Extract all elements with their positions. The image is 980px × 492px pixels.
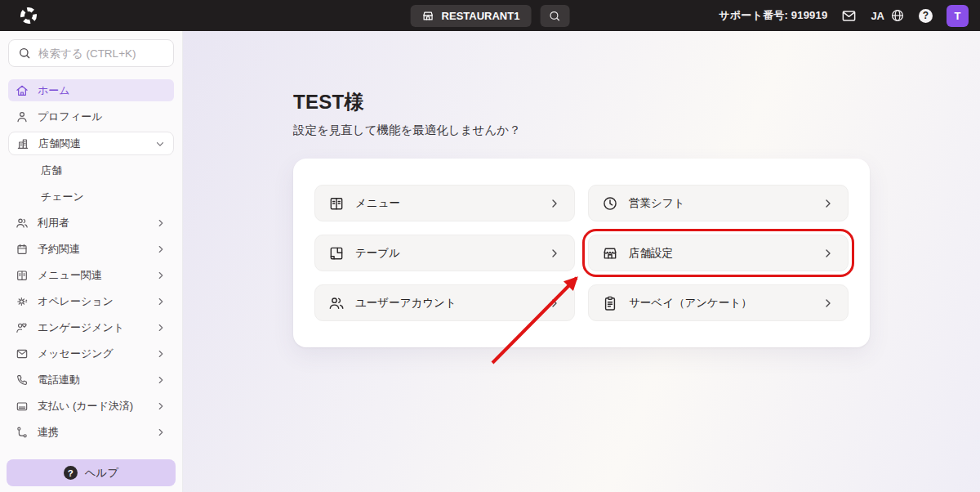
store-selector-label: RESTAURANT1 xyxy=(442,10,520,22)
language-switcher[interactable]: JA xyxy=(871,8,905,23)
sidebar-item-label: メッセージング xyxy=(38,347,114,361)
tile-label: サーベイ（アンケート） xyxy=(629,296,752,311)
sidebar-item-chain[interactable]: チェーン xyxy=(8,186,174,208)
engagement-icon xyxy=(16,321,29,334)
business-shift-tile[interactable]: 営業シフト xyxy=(588,185,849,221)
clock-icon xyxy=(602,195,618,212)
sidebar-item-label: オペレーション xyxy=(38,294,114,309)
store-selector-button[interactable]: RESTAURANT1 xyxy=(411,5,532,27)
sidebar-item-store-related[interactable]: 店舗関連 xyxy=(8,132,174,155)
sidebar-item-label: 店舗 xyxy=(41,163,62,178)
gear-icon xyxy=(16,295,29,308)
sidebar-search-box[interactable] xyxy=(8,39,174,67)
help-icon: ? xyxy=(64,466,78,480)
page-subtitle: 設定を見直して機能を最適化しませんか？ xyxy=(293,123,870,138)
globe-icon xyxy=(890,8,905,23)
app-logo-icon xyxy=(18,5,39,26)
chevron-right-icon xyxy=(155,270,167,281)
search-icon xyxy=(549,10,561,22)
survey-tile[interactable]: サーベイ（アンケート） xyxy=(588,284,849,321)
main-area: TEST様 設定を見直して機能を最適化しませんか？ メニュー 営業シフト xyxy=(183,31,980,492)
sidebar-item-integration[interactable]: 連携 xyxy=(8,421,174,443)
support-number-label: サポート番号: 919919 xyxy=(719,8,827,23)
phone-icon xyxy=(16,373,29,387)
tile-label: 営業シフト xyxy=(629,196,684,211)
sidebar-item-engagement[interactable]: エンゲージメント xyxy=(8,316,174,338)
store-settings-tile[interactable]: 店舗設定 xyxy=(588,235,849,271)
chevron-right-icon xyxy=(155,244,167,255)
sidebar-item-label: 利用者 xyxy=(38,216,69,230)
clipboard-icon xyxy=(602,295,618,311)
menu-tile[interactable]: メニュー xyxy=(314,185,575,221)
search-input[interactable] xyxy=(38,47,183,60)
sidebar-item-label: 支払い (カード決済) xyxy=(38,399,133,414)
chevron-right-icon xyxy=(548,247,561,260)
avatar[interactable]: T xyxy=(947,5,969,27)
chevron-right-icon xyxy=(155,427,167,438)
integration-icon xyxy=(16,426,29,439)
search-icon xyxy=(18,47,31,60)
chevron-right-icon xyxy=(822,297,835,310)
sidebar-item-phone[interactable]: 電話連動 xyxy=(8,369,174,391)
sidebar-item-label: ホーム xyxy=(38,83,70,98)
table-tile[interactable]: テーブル xyxy=(314,235,575,271)
sidebar-item-label: エンゲージメント xyxy=(38,320,124,335)
sidebar-item-menu-related[interactable]: メニュー関連 xyxy=(8,264,174,286)
topbar-right: サポート番号: 919919 JA ? T xyxy=(719,5,969,27)
tile-label: テーブル xyxy=(355,246,400,261)
menu-book-icon xyxy=(16,269,29,282)
sidebar-item-store[interactable]: 店舗 xyxy=(8,159,174,181)
sidebar-item-label: 店舗関連 xyxy=(38,136,81,151)
language-label: JA xyxy=(871,10,884,22)
chevron-right-icon xyxy=(155,322,167,333)
sidebar: ホーム プロフィール 店舗関連 店舗 チェーン xyxy=(0,31,183,492)
table-layout-icon xyxy=(328,245,345,262)
chevron-right-icon xyxy=(155,217,167,229)
page-title: TEST様 xyxy=(293,89,870,115)
main-content: TEST様 設定を見直して機能を最適化しませんか？ メニュー 営業シフト xyxy=(293,31,870,347)
sidebar-item-payment[interactable]: 支払い (カード決済) xyxy=(8,395,174,417)
home-icon xyxy=(16,84,29,97)
user-icon xyxy=(16,110,29,123)
sidebar-item-profile[interactable]: プロフィール xyxy=(8,105,174,127)
chevron-right-icon xyxy=(155,296,167,307)
chevron-right-icon xyxy=(822,247,835,260)
sidebar-item-label: チェーン xyxy=(41,190,84,204)
sidebar-item-operation[interactable]: オペレーション xyxy=(8,290,174,312)
storefront-icon xyxy=(422,10,434,22)
help-icon[interactable]: ? xyxy=(919,9,933,23)
quick-settings-card: メニュー 営業シフト テーブル 店 xyxy=(293,159,870,347)
users-icon xyxy=(328,295,345,311)
chevron-right-icon xyxy=(548,297,561,310)
menu-book-icon xyxy=(328,195,345,212)
sidebar-item-home[interactable]: ホーム xyxy=(8,79,174,101)
sidebar-item-label: 電話連動 xyxy=(38,373,80,387)
chevron-down-icon xyxy=(154,138,166,150)
user-account-tile[interactable]: ユーザーアカウント xyxy=(314,284,575,321)
sidebar-item-messaging[interactable]: メッセージング xyxy=(8,342,174,365)
chevron-right-icon xyxy=(155,348,167,360)
tile-label: メニュー xyxy=(355,196,400,211)
help-button-label: ヘルプ xyxy=(85,466,118,481)
storefront-icon xyxy=(602,245,618,262)
app-window: RESTAURANT1 サポート番号: 919919 JA ? T xyxy=(0,0,980,492)
mail-icon[interactable] xyxy=(841,8,857,24)
calendar-icon xyxy=(16,243,29,256)
sidebar-item-users[interactable]: 利用者 xyxy=(8,212,174,234)
sidebar-item-label: 連携 xyxy=(38,425,59,440)
topbar: RESTAURANT1 サポート番号: 919919 JA ? T xyxy=(0,0,980,31)
users-icon xyxy=(16,217,29,230)
topbar-center: RESTAURANT1 xyxy=(411,5,570,27)
credit-card-icon xyxy=(16,400,29,413)
chevron-right-icon xyxy=(155,374,167,386)
chevron-right-icon xyxy=(822,197,835,210)
chevron-right-icon xyxy=(155,400,167,412)
sidebar-item-label: メニュー関連 xyxy=(38,268,102,283)
help-button[interactable]: ? ヘルプ xyxy=(7,459,176,486)
sidebar-item-reservations[interactable]: 予約関連 xyxy=(8,238,174,260)
topbar-search-button[interactable] xyxy=(540,5,569,27)
tile-label: 店舗設定 xyxy=(629,246,673,261)
tile-label: ユーザーアカウント xyxy=(355,296,457,311)
sidebar-nav: ホーム プロフィール 店舗関連 店舗 チェーン xyxy=(8,79,174,443)
sidebar-item-label: プロフィール xyxy=(38,110,103,124)
